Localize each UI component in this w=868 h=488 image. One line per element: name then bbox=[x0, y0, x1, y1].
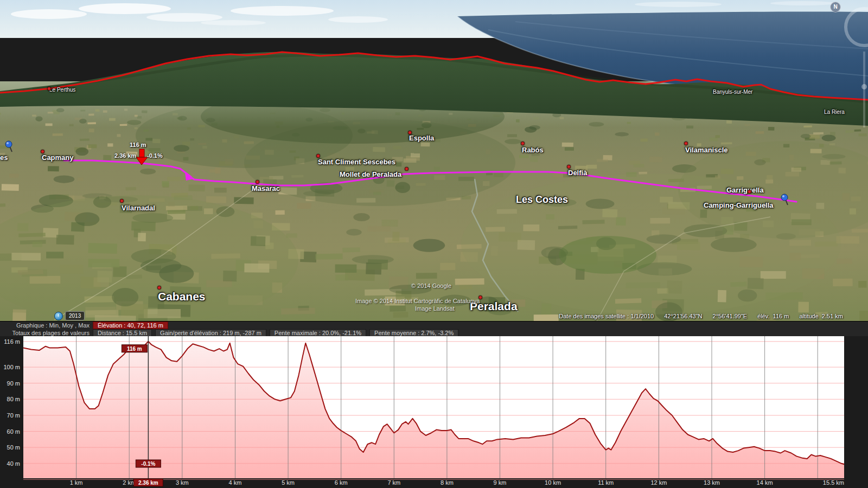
y-tick-label: 50 m bbox=[7, 444, 20, 451]
place-dot bbox=[47, 87, 51, 91]
place-dot bbox=[316, 154, 320, 158]
y-tick-label: 80 m bbox=[7, 396, 20, 402]
place-dot bbox=[684, 142, 688, 145]
place-dot bbox=[41, 150, 44, 153]
map-marker-slope: -0.1% bbox=[147, 152, 163, 159]
y-tick-label: 116 m bbox=[4, 338, 20, 345]
place-dot bbox=[157, 286, 161, 290]
status-latitude: 42°21'56.43"N bbox=[664, 313, 702, 319]
copyright-icc: Image © 2014 Institut Cartogràfic de Cat… bbox=[355, 298, 480, 304]
status-elev-label: élév. bbox=[757, 313, 769, 319]
cursor-slope-tooltip-text: -0.1% bbox=[141, 461, 155, 467]
stats-max-slope: Pente maximale : 20.0%, -21.1% bbox=[270, 329, 366, 337]
timeline-year-badge[interactable]: 2013 bbox=[65, 311, 85, 320]
x-tick-label: 5 km bbox=[282, 479, 295, 486]
map-marker-distance: 2.36 km bbox=[114, 152, 136, 159]
status-alt-label: altitude bbox=[799, 313, 818, 319]
x-tick-label: 11 km bbox=[598, 479, 614, 486]
historical-imagery-icon[interactable] bbox=[54, 312, 63, 320]
y-tick-label: 40 m bbox=[7, 460, 20, 467]
status-elev-value: 116 m bbox=[773, 313, 789, 319]
status-longitude: 2°56'41.99"E bbox=[713, 313, 748, 319]
elevation-chart[interactable]: 116 m100 m90 m80 m70 m60 m50 m40 m1 km2 … bbox=[0, 336, 868, 488]
map-view[interactable]: Le Perthus Capmany Espolla Rabós Vilaman… bbox=[0, 0, 868, 321]
status-alt-value: 2.51 km bbox=[822, 313, 843, 319]
x-tick-label: 9 km bbox=[494, 479, 507, 486]
x-tick-label: 7 km bbox=[387, 479, 400, 486]
stats-gain-loss: Gain/perte d'élévation : 219 m, -287 m bbox=[155, 329, 266, 337]
place-dot bbox=[120, 199, 124, 203]
cursor-elevation-tooltip-text: 116 m bbox=[127, 346, 142, 352]
place-dot bbox=[748, 190, 751, 194]
x-tick-label: 10 km bbox=[545, 479, 561, 486]
x-tick-label: 13 km bbox=[704, 479, 720, 486]
x-tick-label: 4 km bbox=[229, 479, 242, 486]
copyright-landsat: Image Landsat bbox=[415, 305, 455, 312]
y-tick-label: 100 m bbox=[3, 364, 20, 370]
place-dot bbox=[256, 180, 259, 184]
stats-distance: Distance : 15.5 km bbox=[93, 329, 152, 337]
stats-row2-label: Totaux des plages de valeurs bbox=[0, 330, 93, 337]
x-tick-label: 6 km bbox=[335, 479, 348, 486]
cursor-distance-tooltip-text: 2.36 km bbox=[138, 480, 158, 486]
stats-avg-slope: Pente moyenne : 2.7%, -3.2% bbox=[369, 329, 458, 337]
compass-north-icon[interactable]: N bbox=[830, 2, 841, 12]
x-tick-label: 3 km bbox=[176, 479, 189, 486]
profile-stats-bar: Graphique : Min, Moy , Max Élévation : 4… bbox=[0, 321, 868, 337]
y-tick-label: 90 m bbox=[7, 380, 20, 387]
place-dot bbox=[405, 167, 409, 171]
map-marker-elevation: 116 m bbox=[130, 142, 146, 148]
place-dot bbox=[521, 142, 525, 145]
place-dot bbox=[567, 165, 571, 169]
terrain-canvas bbox=[0, 0, 868, 321]
elevation-profile-panel[interactable]: 116 m100 m90 m80 m70 m60 m50 m40 m1 km2 … bbox=[0, 336, 868, 488]
earth-status-bar: Date des images satellite : 1/1/2010 42°… bbox=[559, 313, 843, 319]
y-tick-label: 60 m bbox=[7, 428, 20, 435]
x-tick-label: 15.5 km bbox=[823, 479, 844, 486]
place-dot bbox=[408, 131, 412, 134]
stats-row1-label: Graphique : Min, Moy , Max bbox=[0, 322, 93, 329]
x-tick-label: 8 km bbox=[441, 479, 454, 486]
google-earth-window: Le Perthus Capmany Espolla Rabós Vilaman… bbox=[0, 0, 868, 488]
x-tick-label: 1 km bbox=[70, 479, 83, 486]
y-tick-label: 70 m bbox=[7, 412, 20, 419]
stats-elevation-minmax: Élévation : 40, 72, 116 m bbox=[93, 322, 168, 329]
x-tick-label: 14 km bbox=[757, 479, 773, 486]
copyright-google: © 2014 Google bbox=[411, 282, 451, 289]
x-tick-label: 12 km bbox=[650, 479, 667, 486]
status-imagery-date: Date des images satellite : 1/1/2010 bbox=[559, 313, 654, 319]
